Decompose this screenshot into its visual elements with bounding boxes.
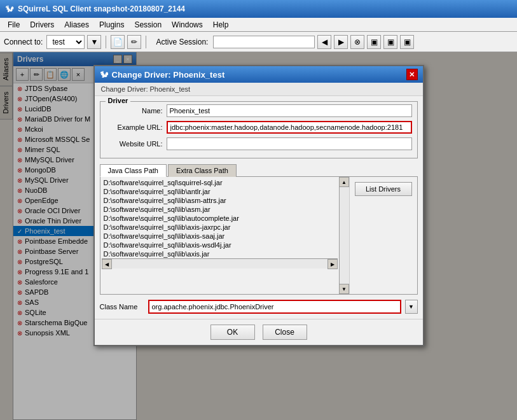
menu-help[interactable]: Help bbox=[208, 19, 234, 31]
menu-windows[interactable]: Windows bbox=[167, 19, 208, 31]
list-item: D:\software\squirrel_sql\lib\asm-attrs.j… bbox=[102, 196, 338, 205]
list-item: D:\software\squirrel_sql\lib\axis-wsdl4j… bbox=[102, 241, 338, 249]
dialog-title-text: Change Driver: Phoenix_test bbox=[112, 70, 225, 80]
dialog-body: Driver Name: Example URL: Website URL: bbox=[95, 96, 423, 319]
scroll-down-btn[interactable]: ▼ bbox=[339, 284, 349, 294]
view-btn2[interactable]: ▣ bbox=[383, 35, 397, 49]
session-input[interactable] bbox=[213, 36, 315, 48]
toolbar: Connect to: test ▼ 📄 ✏ Active Session: ◀… bbox=[0, 32, 517, 52]
scroll-left-btn[interactable]: ◀ bbox=[102, 259, 112, 269]
h-scroll-track[interactable] bbox=[112, 259, 327, 269]
scroll-up-btn[interactable]: ▲ bbox=[339, 177, 349, 187]
list-item: D:\software\squirrel_sql\lib\asm.jar bbox=[102, 205, 338, 214]
list-item: D:\software\squirrel_sql\lib\axis.jar bbox=[102, 249, 338, 258]
scroll-track[interactable] bbox=[340, 187, 349, 284]
list-item: D:\software\squirrel_sql\lib\autocomplet… bbox=[102, 214, 338, 223]
view-btn3[interactable]: ▣ bbox=[400, 35, 414, 49]
dialog-title: 🐿 Change Driver: Phoenix_test bbox=[100, 70, 225, 80]
website-url-input[interactable] bbox=[167, 137, 412, 150]
main-area: Aliases Drivers Drivers _ × + ✏ 📋 🌐 × ⊗J… bbox=[0, 52, 517, 420]
title-bar: 🐿 SQuirreL SQL Client snapshot-20180807_… bbox=[0, 0, 517, 18]
view-btn1[interactable]: ▣ bbox=[367, 35, 381, 49]
new-driver-btn[interactable]: 📄 bbox=[111, 35, 125, 49]
name-input[interactable] bbox=[167, 104, 412, 117]
list-item: D:\software\squirrel_sql\lib\antlr.jar bbox=[102, 187, 338, 196]
prev-btn[interactable]: ◀ bbox=[317, 35, 331, 49]
menu-drivers[interactable]: Drivers bbox=[25, 19, 59, 31]
app-title: SQuirreL SQL Client snapshot-20180807_21… bbox=[18, 4, 185, 13]
modal-overlay: 🐿 Change Driver: Phoenix_test ✕ Change D… bbox=[0, 52, 517, 420]
dialog-close-btn[interactable]: ✕ bbox=[406, 69, 418, 80]
classname-dropdown-btn[interactable]: ▼ bbox=[405, 300, 418, 314]
example-url-input[interactable] bbox=[167, 121, 412, 134]
classpath-content: D:\software\squirrel_sql\squirrel-sql.ja… bbox=[100, 177, 418, 295]
example-url-field-row: Example URL: bbox=[106, 121, 412, 134]
change-driver-dialog: 🐿 Change Driver: Phoenix_test ✕ Change D… bbox=[93, 65, 424, 346]
horizontal-scroll: ◀ ▶ bbox=[102, 258, 338, 269]
session-label: Active Session: bbox=[156, 38, 208, 46]
menu-file[interactable]: File bbox=[3, 19, 25, 31]
list-item: D:\software\squirrel_sql\lib\axis-jaxrpc… bbox=[102, 223, 338, 232]
dialog-icon: 🐿 bbox=[100, 70, 108, 80]
edit-driver-btn[interactable]: ✏ bbox=[127, 35, 141, 49]
stop-btn[interactable]: ⊗ bbox=[350, 35, 364, 49]
website-url-field-row: Website URL: bbox=[106, 137, 412, 150]
tab-bar: Java Class Path Extra Class Path bbox=[100, 164, 418, 177]
close-button[interactable]: Close bbox=[263, 325, 307, 340]
connect-combo[interactable]: test bbox=[46, 35, 85, 49]
connect-dropdown-btn[interactable]: ▼ bbox=[87, 35, 101, 49]
menu-bar: File Drivers Aliases Plugins Session Win… bbox=[0, 18, 517, 32]
classpath-actions: List Drivers bbox=[349, 177, 417, 294]
scroll-right-btn[interactable]: ▶ bbox=[327, 259, 338, 269]
driver-group-box: Driver Name: Example URL: Website URL: bbox=[100, 101, 418, 158]
dialog-subtitle: Change Driver: Phoenix_test bbox=[95, 83, 423, 96]
list-item: D:\software\squirrel_sql\squirrel-sql.ja… bbox=[102, 178, 338, 187]
name-field-row: Name: bbox=[106, 104, 412, 117]
tab-java-class-path[interactable]: Java Class Path bbox=[100, 164, 167, 177]
app-icon: 🐿 bbox=[5, 4, 14, 14]
example-url-label: Example URL: bbox=[106, 123, 163, 131]
ok-button[interactable]: OK bbox=[210, 325, 255, 340]
classname-row: Class Name ▼ bbox=[100, 300, 418, 314]
connect-label: Connect to: bbox=[4, 38, 43, 46]
menu-aliases[interactable]: Aliases bbox=[59, 19, 94, 31]
classname-label: Class Name bbox=[100, 303, 144, 311]
separator-1 bbox=[106, 36, 106, 48]
website-url-label: Website URL: bbox=[106, 140, 163, 148]
menu-session[interactable]: Session bbox=[129, 19, 167, 31]
name-label: Name: bbox=[106, 107, 163, 115]
menu-plugins[interactable]: Plugins bbox=[94, 19, 129, 31]
classname-input[interactable] bbox=[148, 300, 401, 314]
group-legend: Driver bbox=[106, 97, 131, 104]
vertical-scrollbar: ▲ ▼ bbox=[339, 177, 349, 294]
dialog-buttons: OK Close bbox=[95, 319, 423, 345]
tab-extra-class-path[interactable]: Extra Class Path bbox=[168, 164, 237, 177]
play-btn[interactable]: ▶ bbox=[334, 35, 348, 49]
separator-2 bbox=[146, 36, 146, 48]
classpath-list: D:\software\squirrel_sql\squirrel-sql.ja… bbox=[100, 177, 339, 294]
list-drivers-btn[interactable]: List Drivers bbox=[355, 182, 412, 196]
dialog-titlebar: 🐿 Change Driver: Phoenix_test ✕ bbox=[95, 66, 423, 83]
list-item: D:\software\squirrel_sql\lib\axis-saaj.j… bbox=[102, 232, 338, 241]
